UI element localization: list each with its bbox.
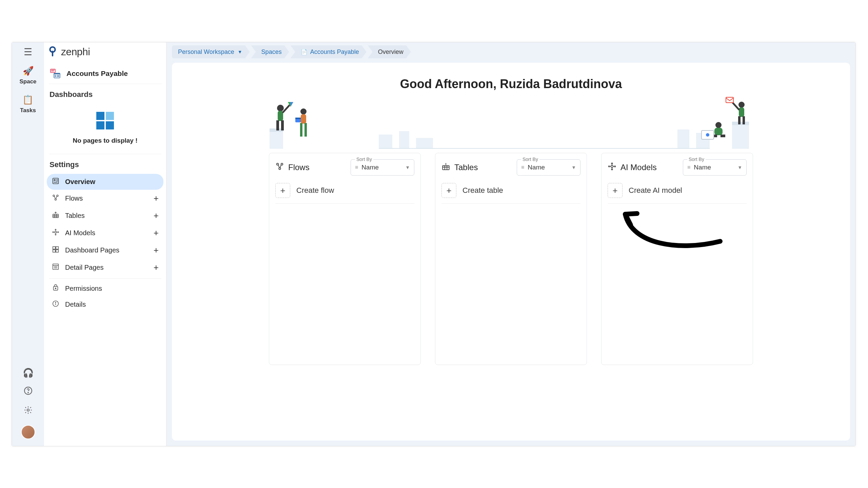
settings-item-tables[interactable]: Tables + [47, 207, 163, 224]
settings-item-details[interactable]: Details [47, 297, 163, 312]
svg-rect-34 [270, 132, 283, 149]
chevron-down-icon: ▼ [238, 49, 242, 55]
settings-item-ai-models[interactable]: AI Models + [47, 224, 163, 242]
settings-item-detail-pages[interactable]: Detail Pages + [47, 259, 163, 276]
rail-label-tasks: Tasks [20, 107, 36, 114]
crumb-spaces[interactable]: Spaces [251, 45, 289, 58]
card-ai-models: AI Models Sort By ≡ Name ▼ + Create AI m… [601, 153, 753, 365]
settings-item-permissions[interactable]: Permissions [47, 281, 163, 297]
overview-icon [52, 177, 60, 186]
settings-heading: Settings [44, 154, 166, 172]
create-flow-button[interactable]: + Create flow [275, 181, 414, 204]
svg-rect-19 [53, 214, 59, 218]
settings-label: Details [65, 301, 86, 308]
sort-icon: ≡ [521, 164, 524, 170]
help-icon[interactable] [24, 386, 33, 398]
svg-rect-39 [281, 120, 284, 130]
sort-flows[interactable]: Sort By ≡ Name ▼ [351, 159, 414, 176]
sortby-label: Sort By [355, 157, 373, 162]
sort-icon: ≡ [687, 164, 690, 170]
add-detail-page-icon[interactable]: + [154, 262, 159, 273]
crumb-label: Personal Workspace [178, 48, 234, 56]
add-ai-model-icon[interactable]: + [154, 228, 159, 238]
settings-item-dashboard-pages[interactable]: Dashboard Pages + [47, 242, 163, 259]
svg-point-21 [55, 229, 56, 230]
tables-card-icon [441, 162, 450, 173]
greeting-banner: Good Afternoon, Ruzida Badrutdinova [180, 71, 842, 149]
svg-point-51 [738, 102, 745, 108]
settings-item-flows[interactable]: Flows + [47, 190, 163, 207]
settings-label: Tables [65, 212, 85, 220]
svg-rect-52 [739, 107, 744, 117]
settings-label: Permissions [65, 285, 102, 292]
breadcrumb: Personal Workspace ▼ Spaces 📄 Accounts P… [166, 42, 855, 61]
card-title: AI Models [620, 163, 679, 172]
chevron-down-icon: ▼ [571, 165, 576, 170]
svg-rect-28 [56, 250, 58, 252]
dashboards-empty-text: No pages to display ! [73, 137, 137, 144]
cards-row: Flows Sort By ≡ Name ▼ + Create flow [180, 153, 842, 365]
detail-pages-icon [52, 263, 60, 272]
flows-card-icon [275, 162, 284, 173]
svg-rect-48 [295, 118, 301, 119]
greeting-text: Good Afternoon, Ruzida Badrutdinova [400, 77, 622, 91]
plus-icon: + [608, 183, 623, 198]
sort-tables[interactable]: Sort By ≡ Name ▼ [517, 159, 580, 176]
logo[interactable]: zenphi [47, 46, 90, 58]
info-icon [52, 300, 60, 309]
create-label: Create AI model [629, 186, 682, 195]
create-table-button[interactable]: + Create table [441, 181, 580, 204]
svg-rect-38 [276, 120, 279, 130]
svg-rect-55 [726, 97, 733, 103]
rocket-icon: 🚀 [23, 66, 34, 76]
svg-rect-49 [732, 125, 749, 149]
skyline-decoration [379, 128, 710, 149]
svg-point-24 [58, 232, 59, 233]
crumb-current-space[interactable]: 📄 Accounts Payable [291, 45, 367, 58]
add-table-icon[interactable]: + [154, 210, 159, 221]
svg-rect-4 [52, 51, 53, 57]
create-ai-model-button[interactable]: + Create AI model [608, 181, 747, 204]
create-label: Create table [462, 186, 503, 195]
svg-rect-44 [301, 114, 306, 124]
add-dashboard-page-icon[interactable]: + [154, 245, 159, 256]
card-flows: Flows Sort By ≡ Name ▼ + Create flow [269, 153, 421, 365]
menu-toggle-icon[interactable]: ☰ [24, 46, 32, 58]
sort-ai-models[interactable]: Sort By ≡ Name ▼ [683, 159, 747, 176]
crumb-label: Spaces [261, 48, 282, 56]
illustration-right [681, 88, 756, 149]
dashboards-empty-icon [96, 112, 114, 129]
settings-gear-icon[interactable] [24, 406, 33, 417]
svg-point-36 [277, 105, 284, 111]
svg-point-69 [609, 166, 610, 167]
sort-value: Name [528, 164, 568, 171]
user-avatar[interactable] [21, 425, 35, 439]
permissions-icon [52, 284, 60, 293]
chevron-down-icon: ▼ [405, 165, 410, 170]
svg-marker-42 [291, 102, 293, 107]
rail-label-space: Space [19, 78, 36, 85]
svg-rect-65 [442, 166, 449, 170]
svg-rect-54 [743, 116, 745, 124]
svg-point-70 [614, 166, 615, 167]
crumb-workspace[interactable]: Personal Workspace ▼ [172, 45, 250, 58]
crumb-page[interactable]: Overview [368, 45, 411, 58]
headset-icon[interactable]: 🎧 [23, 368, 34, 378]
settings-item-overview[interactable]: Overview [47, 174, 163, 190]
space-header-icon [50, 67, 62, 80]
plus-icon: + [275, 183, 290, 198]
sortby-label: Sort By [521, 157, 539, 162]
chevron-down-icon: ▼ [737, 165, 742, 170]
svg-point-15 [54, 179, 55, 181]
svg-point-66 [611, 165, 613, 168]
svg-point-22 [55, 234, 56, 235]
svg-point-1 [28, 392, 28, 393]
space-header: Accounts Payable [44, 61, 166, 84]
rail-item-tasks[interactable]: 📋 Tasks [20, 95, 36, 114]
ai-icon [52, 228, 60, 238]
svg-point-31 [55, 288, 56, 289]
svg-point-33 [55, 302, 56, 303]
rail-item-space[interactable]: 🚀 Space [19, 66, 36, 85]
add-flow-icon[interactable]: + [154, 193, 159, 204]
svg-point-61 [706, 133, 709, 137]
